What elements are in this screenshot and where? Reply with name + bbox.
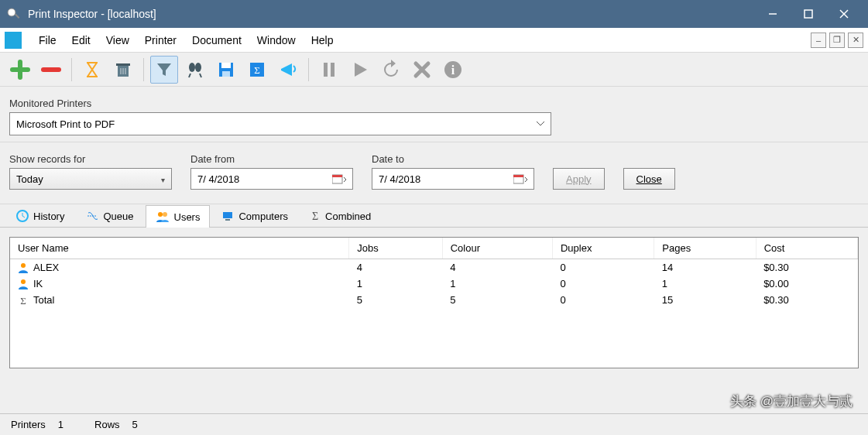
computer-icon	[221, 210, 234, 222]
mdi-close-button[interactable]: ✕	[848, 33, 863, 48]
menu-view[interactable]: View	[98, 31, 137, 50]
save-button[interactable]	[212, 56, 240, 84]
table-row[interactable]: ALEX 4 4 0 14 $0.30	[10, 259, 858, 276]
users-grid[interactable]: User Name Jobs Colour Duplex Pages Cost …	[9, 237, 859, 368]
tab-combined[interactable]: Σ Combined	[300, 204, 381, 227]
col-cost[interactable]: Cost	[756, 238, 857, 259]
date-to-value: 7/ 4/2018	[379, 173, 420, 185]
filter-button[interactable]	[150, 56, 178, 84]
col-colour[interactable]: Colour	[442, 238, 552, 259]
user-icon	[18, 262, 29, 273]
tab-queue-label: Queue	[103, 211, 133, 222]
mdi-restore-button[interactable]: ❐	[829, 33, 845, 48]
svg-point-33	[21, 279, 26, 284]
cell-name: Total	[33, 294, 54, 306]
cell-jobs: 1	[349, 276, 442, 292]
cell-name: ALEX	[33, 262, 59, 273]
close-button-filter[interactable]: Close	[623, 168, 675, 190]
svg-rect-3	[805, 10, 812, 18]
svg-rect-7	[116, 63, 130, 66]
find-button[interactable]	[181, 56, 209, 84]
status-rows-label: Rows	[94, 419, 120, 430]
cell-pages: 14	[654, 259, 756, 276]
calendar-icon	[332, 173, 346, 184]
svg-rect-23	[332, 175, 342, 177]
close-button[interactable]	[826, 0, 862, 28]
grid-area: User Name Jobs Colour Duplex Pages Cost …	[0, 228, 868, 413]
cell-pages: 15	[654, 292, 756, 308]
status-printers-value: 1	[58, 419, 63, 430]
cancel-button[interactable]	[408, 56, 436, 84]
maximize-button[interactable]	[791, 0, 826, 28]
svg-point-28	[163, 212, 167, 217]
users-icon	[156, 211, 170, 223]
play-button[interactable]	[346, 56, 374, 84]
menu-window[interactable]: Window	[249, 31, 304, 50]
svg-point-0	[8, 9, 15, 16]
announce-button[interactable]	[274, 56, 302, 84]
queue-icon	[86, 210, 98, 222]
menu-printer[interactable]: Printer	[137, 31, 184, 50]
monitored-printer-value: Microsoft Print to PDF	[16, 118, 115, 130]
sigma-icon: Σ	[310, 211, 321, 221]
date-to-label: Date to	[372, 153, 534, 165]
chevron-down-icon	[537, 122, 544, 126]
filter-panel: Show records for Today Date from 7/ 4/20…	[0, 142, 868, 204]
col-jobs[interactable]: Jobs	[349, 238, 442, 259]
svg-rect-15	[222, 71, 230, 77]
mdi-minimize-button[interactable]: –	[811, 33, 826, 48]
menu-edit[interactable]: Edit	[64, 31, 98, 50]
table-row-total[interactable]: ΣTotal 5 5 0 15 $0.30	[10, 292, 858, 308]
col-username[interactable]: User Name	[10, 238, 349, 259]
table-row[interactable]: IK 1 1 0 1 $0.00	[10, 276, 858, 292]
tab-history-label: History	[33, 211, 64, 222]
show-records-select[interactable]: Today	[9, 168, 172, 190]
monitored-printer-select[interactable]: Microsoft Print to PDF	[9, 112, 551, 135]
mdi-window-icon[interactable]	[5, 32, 22, 49]
svg-text:i: i	[451, 63, 455, 77]
cell-colour: 4	[442, 259, 552, 276]
apply-button[interactable]: Apply	[553, 168, 605, 190]
show-records-value: Today	[16, 173, 43, 185]
tab-computers[interactable]: Computers	[211, 204, 298, 227]
monitored-panel: Monitored Printers Microsoft Print to PD…	[0, 87, 868, 142]
tab-computers-label: Computers	[238, 211, 288, 222]
date-from-input[interactable]: 7/ 4/2018	[190, 168, 353, 190]
menu-document[interactable]: Document	[184, 31, 249, 50]
calendar-icon	[513, 173, 527, 184]
date-to-input[interactable]: 7/ 4/2018	[372, 168, 534, 190]
svg-rect-25	[513, 175, 523, 177]
minimize-button[interactable]	[755, 0, 791, 28]
delete-button[interactable]	[109, 56, 137, 84]
export-button[interactable]: Σ	[243, 56, 271, 84]
date-from-label: Date from	[190, 153, 353, 165]
info-button[interactable]: i	[439, 56, 467, 84]
titlebar: Print Inspector - [localhost]	[0, 0, 868, 28]
date-from-value: 7/ 4/2018	[197, 173, 239, 185]
pause-button[interactable]	[315, 56, 343, 84]
cell-jobs: 4	[349, 259, 442, 276]
cell-colour: 5	[442, 292, 552, 308]
chevron-down-icon	[161, 173, 165, 185]
tab-users[interactable]: Users	[146, 205, 211, 228]
svg-text:Σ: Σ	[20, 295, 26, 306]
menu-help[interactable]: Help	[304, 31, 341, 50]
cell-cost: $0.00	[756, 276, 857, 292]
user-icon	[18, 279, 29, 289]
cell-pages: 1	[654, 276, 756, 292]
svg-point-27	[158, 212, 163, 217]
tab-history[interactable]: History	[6, 204, 74, 227]
remove-button[interactable]	[37, 56, 65, 84]
monitored-legend: Monitored Printers	[9, 98, 859, 109]
status-printers-label: Printers	[11, 419, 46, 430]
tab-queue[interactable]: Queue	[76, 204, 143, 227]
sigma-icon: Σ	[18, 295, 29, 306]
col-duplex[interactable]: Duplex	[552, 238, 654, 259]
menu-file[interactable]: File	[31, 31, 64, 50]
hourglass-button[interactable]	[78, 56, 106, 84]
refresh-button[interactable]	[377, 56, 405, 84]
window-title: Print Inspector - [localhost]	[28, 8, 755, 20]
col-pages[interactable]: Pages	[654, 238, 756, 259]
add-button[interactable]	[6, 56, 34, 84]
cell-jobs: 5	[349, 292, 442, 308]
